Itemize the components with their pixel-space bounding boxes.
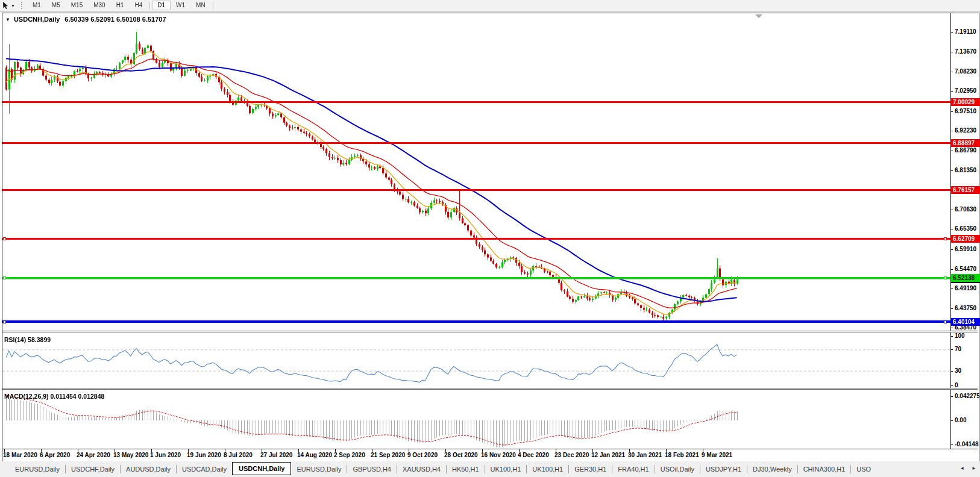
price-axis-label: 6.70630 (955, 206, 976, 213)
pane-splitter-rsi[interactable] (2, 331, 978, 332)
timeframe-button-m15[interactable]: M15 (66, 1, 88, 10)
tab-fra40-h1[interactable]: FRA40,H1 (612, 464, 654, 475)
date-label: 6 Apr 2020 (40, 452, 70, 458)
price-axis-label: 7.13670 (955, 48, 976, 55)
price-level-badge-6.76157: 6.76157 (951, 186, 980, 194)
title-collapse-icon[interactable]: ▼ (5, 17, 10, 22)
tab-eurusd-daily[interactable]: EURUSD,Daily (291, 464, 347, 475)
axis-tick (950, 229, 953, 229)
tab-scroll-left-icon[interactable]: ◄ (958, 464, 966, 472)
rsi-name: RSI(14) (4, 336, 26, 343)
timeframe-button-m5[interactable]: M5 (46, 1, 66, 10)
tab-usdchf-daily[interactable]: USDCHF,Daily (66, 464, 120, 475)
tab-eurusd-daily[interactable]: EURUSD,Daily (10, 464, 65, 475)
timeframe-button-m1[interactable]: M1 (27, 1, 46, 10)
date-tick (629, 449, 630, 452)
macd-label: MACD(12,26,9) 0.011454 0.012848 (4, 393, 104, 400)
tab-hk50-h1[interactable]: HK50,H1 (447, 464, 485, 475)
tab-usoil-daily[interactable]: USOil,Daily (655, 464, 700, 475)
date-label: 28 Oct 2020 (444, 452, 478, 458)
current-price-line (2, 279, 950, 279)
timeframe-button-mn[interactable]: MN (190, 1, 211, 10)
date-label: 16 Nov 2020 (481, 452, 516, 458)
tab-uk100-h1[interactable]: UK100,H1 (485, 464, 527, 475)
tab-xauusd-h4[interactable]: XAUUSD,H4 (397, 464, 446, 475)
date-label: 9 Oct 2020 (407, 452, 438, 458)
timeframe-button-d1[interactable]: D1 (152, 1, 171, 10)
line-handle[interactable] (3, 276, 6, 279)
timeframe-button-m30[interactable]: M30 (88, 1, 110, 10)
date-label: 12 Jan 2021 (591, 452, 625, 458)
line-handle[interactable] (3, 320, 6, 323)
line-handle[interactable] (944, 320, 947, 323)
price-axis-label: 7.08230 (955, 68, 976, 75)
chart-title-row: ▼ USDCNH,Daily 6.50339 6.52091 6.50108 6… (5, 16, 166, 23)
timeframe-button-h1[interactable]: H1 (111, 1, 130, 10)
line-handle[interactable] (3, 237, 6, 240)
tab-usdjpy-h1[interactable]: USDJPY,H1 (700, 464, 747, 475)
chart-tab-bar: EURUSD,DailyUSDCHF,DailyAUDUSD,DailyUSDC… (0, 461, 980, 477)
cursor-tool-icon[interactable]: ▼ (1, 1, 17, 10)
pane-splitter-macd[interactable] (2, 388, 978, 390)
chart-shift-icon[interactable] (755, 14, 762, 18)
tab-usdcnh-daily[interactable]: USDCNH,Daily (232, 462, 291, 475)
axis-tick (950, 385, 953, 386)
date-axis: 18 Mar 20206 Apr 202024 Apr 202013 May 2… (2, 449, 978, 461)
rsi-axis-label: 100 (955, 332, 965, 339)
tab-uso[interactable]: USO (851, 464, 876, 475)
cursor-arrow-icon (2, 2, 9, 9)
date-label: 21 Sep 2020 (371, 452, 405, 458)
date-label: 13 May 2020 (113, 452, 148, 458)
date-tick (482, 449, 483, 452)
date-tick (4, 449, 5, 452)
date-label: 18 Feb 2021 (665, 452, 699, 458)
line-handle[interactable] (944, 276, 947, 279)
axis-tick (950, 151, 953, 151)
line-handle[interactable] (944, 237, 947, 240)
tab-uk100-h1[interactable]: UK100,H1 (527, 464, 568, 475)
tab-audusd-daily[interactable]: AUDUSD,Daily (121, 464, 176, 475)
price-level-line-7.00029[interactable] (2, 101, 950, 103)
dropdown-caret-icon[interactable]: ▼ (11, 4, 15, 8)
tab-scroll-right-icon[interactable]: ► (970, 464, 978, 472)
tab-ger30-h1[interactable]: GER30,H1 (569, 464, 612, 475)
date-label: 14 Aug 2020 (297, 452, 332, 458)
date-label: 9 Mar 2021 (702, 452, 732, 458)
price-level-line-6.76157[interactable] (2, 189, 950, 191)
price-level-badge-7.00029: 7.00029 (951, 98, 980, 106)
axis-tick (950, 336, 953, 337)
axis-tick (950, 349, 953, 350)
chart-ohlc-values: 6.50339 6.52091 6.50108 6.51707 (64, 16, 166, 23)
date-tick (703, 449, 703, 452)
rsi-indicator-canvas[interactable] (2, 333, 950, 388)
timeframe-button-w1[interactable]: W1 (171, 1, 190, 10)
tab-dj30-weekly[interactable]: DJ30,Weekly (747, 464, 797, 475)
candlestick-chart-canvas[interactable] (2, 13, 950, 331)
price-level-line-6.88897[interactable] (2, 142, 950, 144)
tab-china300-h1[interactable]: CHINA300,H1 (798, 464, 851, 475)
axis-tick (950, 420, 953, 421)
macd-axis-label: 0.00 (955, 417, 966, 423)
price-level-line-6.62709[interactable] (2, 238, 950, 240)
date-tick (115, 449, 115, 452)
tab-gbpusd-h4[interactable]: GBPUSD,H4 (347, 464, 397, 475)
timeframe-button-h4[interactable]: H4 (129, 1, 148, 10)
axis-tick (950, 444, 953, 445)
toolbar-grip-handle[interactable] (21, 2, 24, 9)
axis-tick (950, 72, 953, 72)
date-tick (592, 449, 593, 452)
rsi-label: RSI(14) 58.3899 (4, 336, 51, 343)
macd-axis-label: 0.042275 (955, 393, 980, 399)
price-level-line-6.40104[interactable] (2, 320, 950, 323)
macd-indicator-canvas[interactable] (2, 390, 950, 448)
date-tick (41, 449, 42, 452)
axis-tick (950, 111, 953, 112)
date-tick (78, 449, 78, 452)
price-level-badge-6.52138: 6.52138 (951, 274, 980, 282)
date-tick (445, 449, 446, 452)
tab-usdcad-daily[interactable]: USDCAD,Daily (177, 464, 232, 475)
axis-tick (950, 288, 953, 289)
chart-title: USDCNH,Daily (14, 16, 60, 23)
axis-tick (950, 52, 953, 52)
price-level-line-6.52138[interactable] (2, 277, 950, 279)
